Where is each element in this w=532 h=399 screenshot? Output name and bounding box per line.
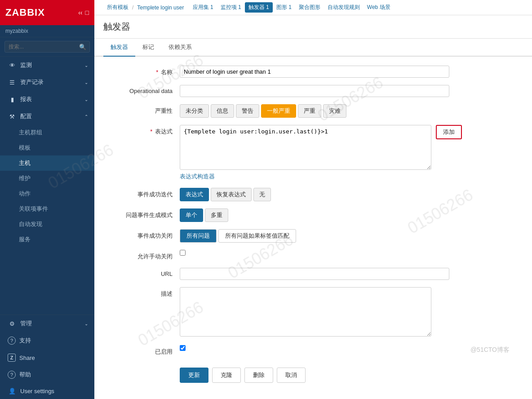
update-button[interactable]: 更新 (180, 368, 208, 383)
severity-btn-high[interactable]: 严重 (298, 104, 321, 118)
operational-data-input-wrap (180, 85, 449, 97)
breadcrumb-auto-discover-rules[interactable]: 自动发现规则 (324, 4, 364, 11)
sidebar-item-label: 监测 (20, 61, 32, 69)
cancel-button[interactable]: 取消 (277, 368, 306, 383)
breadcrumb-graphs[interactable]: 图形 1 (273, 4, 295, 11)
close-btn-all-problems[interactable]: 所有问题 (180, 229, 217, 243)
problem-event-mode-label: 问题事件生成模式 (108, 208, 180, 219)
name-input[interactable] (180, 66, 449, 78)
event-gen-btn-recovery[interactable]: 恢复表达式 (211, 188, 252, 201)
mode-btn-multiple[interactable]: 多重 (205, 208, 228, 222)
sidebar-item-label: Share (19, 355, 35, 361)
severity-buttons-wrap: 未分类 信息 警告 一般严重 严重 灾难 (180, 104, 449, 118)
severity-btn-average[interactable]: 一般严重 (261, 104, 296, 118)
severity-btn-warning[interactable]: 警告 (236, 104, 259, 118)
operational-data-input[interactable] (180, 85, 449, 97)
sidebar-item-actions[interactable]: 动作 (0, 186, 94, 201)
expression-inner-wrap: {Templete login user:login.user.last()}>… (180, 125, 519, 170)
form-row-problem-event-mode: 问题事件生成模式 单个 多重 (108, 208, 519, 222)
admin-icon: ⚙ (8, 320, 17, 327)
tab-trigger[interactable]: 触发器 (103, 39, 135, 57)
enabled-wrap (180, 345, 449, 351)
breadcrumb-aggregate-graphs[interactable]: 聚合图形 (295, 4, 324, 11)
event-gen-btn-expression[interactable]: 表达式 (180, 188, 209, 201)
collapse-icon[interactable]: ‹‹ (78, 9, 82, 16)
expression-builder-link[interactable]: 表达式构造器 (180, 173, 215, 181)
sidebar-item-label: 资产记录 (20, 78, 44, 86)
sidebar-item-monitor[interactable]: 👁 监测 ⌄ (0, 57, 94, 74)
event-success-gen-wrap: 表达式 恢复表达式 无 (180, 188, 449, 201)
tab-dependencies[interactable]: 依赖关系 (161, 39, 199, 57)
sidebar-item-config[interactable]: ⚒ 配置 ⌃ (0, 108, 94, 125)
allow-manual-close-checkbox[interactable] (180, 250, 186, 256)
sidebar-nav: 👁 监测 ⌄ ☰ 资产记录 ⌄ ▮ 报表 ⌄ ⚒ 配置 ⌃ 主机群组 模板 主机 (0, 57, 94, 315)
sidebar-item-host-groups[interactable]: 主机群组 (0, 125, 94, 140)
event-gen-btn-none[interactable]: 无 (253, 188, 271, 201)
sidebar-item-assets[interactable]: ☰ 资产记录 ⌄ (0, 74, 94, 91)
sidebar-item-share[interactable]: Z Share (0, 349, 94, 366)
clone-button[interactable]: 克隆 (212, 368, 241, 383)
breadcrumb-web-scenes[interactable]: Web 场景 (364, 4, 394, 11)
main-content: 所有模板 / Templete login user 应用集 1 监控项 1 触… (94, 0, 532, 399)
sidebar-item-auto-discover[interactable]: 自动发现 (0, 217, 94, 232)
sidebar-item-user-settings[interactable]: 👤 User settings (0, 383, 94, 399)
sidebar-bottom: ⚙ 管理 ⌄ ? 支持 Z Share ? 帮助 👤 User settings (0, 315, 94, 399)
breadcrumb-app-sets[interactable]: 应用集 1 (189, 4, 217, 11)
tab-tags[interactable]: 标记 (135, 39, 161, 57)
breadcrumb-all-templates[interactable]: 所有模板 (103, 4, 132, 11)
sidebar-item-reports[interactable]: ▮ 报表 ⌄ (0, 91, 94, 108)
sidebar-item-templates[interactable]: 模板 (0, 140, 94, 155)
breadcrumb-monitor-items[interactable]: 监控项 1 (217, 4, 245, 11)
sidebar-item-support[interactable]: ? 支持 (0, 332, 94, 349)
form-row-url: URL (108, 268, 519, 280)
breadcrumb-triggers[interactable]: 触发器 1 (245, 2, 273, 13)
url-input[interactable] (180, 268, 449, 280)
sidebar-search-container: 🔍 (0, 37, 94, 57)
enabled-checkbox[interactable] (180, 345, 186, 351)
severity-buttons: 未分类 信息 警告 一般严重 严重 灾难 (180, 104, 449, 118)
severity-btn-unclassified[interactable]: 未分类 (180, 104, 209, 118)
expression-textarea[interactable]: {Templete login user:login.user.last()}>… (180, 125, 431, 170)
form-row-event-success-gen: 事件成功迭代 表达式 恢复表达式 无 (108, 188, 519, 201)
add-expression-button[interactable]: 添加 (436, 125, 462, 139)
sidebar-item-hosts[interactable]: 主机 (0, 155, 94, 171)
page-title: 触发器 (103, 21, 523, 33)
url-label: URL (108, 268, 180, 277)
description-wrap (180, 287, 449, 338)
sidebar-item-maintenance[interactable]: 维护 (0, 171, 94, 186)
description-label: 描述 (108, 287, 180, 298)
close-btn-tag-match[interactable]: 所有问题如果标签值匹配 (218, 229, 296, 243)
sidebar-item-services[interactable]: 服务 (0, 232, 94, 247)
action-buttons: 更新 克隆 删除 取消 (180, 368, 449, 383)
event-success-close-buttons: 所有问题 所有问题如果标签值匹配 (180, 229, 449, 243)
sidebar-item-admin[interactable]: ⚙ 管理 ⌄ (0, 315, 94, 332)
monitor-icon: 👁 (8, 62, 17, 69)
allow-manual-close-wrap (180, 250, 449, 256)
chevron-up-icon: ⌃ (84, 114, 88, 119)
event-success-gen-buttons: 表达式 恢复表达式 无 (180, 188, 449, 201)
mode-btn-single[interactable]: 单个 (180, 208, 203, 222)
sidebar-item-related-events[interactable]: 关联项事件 (0, 201, 94, 217)
severity-label: 严重性 (108, 104, 180, 115)
name-input-wrap (180, 66, 449, 78)
breadcrumb-template-login-user[interactable]: Templete login user (133, 4, 187, 11)
config-icon: ⚒ (8, 113, 17, 120)
enabled-row (180, 345, 449, 351)
severity-btn-disaster[interactable]: 灾难 (323, 104, 346, 118)
problem-event-mode-buttons: 单个 多重 (180, 208, 449, 222)
logo-text: ZABBIX (5, 7, 45, 18)
expand-icon[interactable]: □ (85, 9, 89, 16)
delete-button[interactable]: 删除 (244, 368, 273, 383)
form-container: * 名称 Operational data 严重性 未分类 信息 警告 一般严 (94, 57, 532, 399)
search-input[interactable] (4, 41, 90, 53)
chevron-down-icon: ⌄ (84, 97, 88, 102)
description-textarea[interactable] (180, 287, 431, 337)
form-row-enabled: 已启用 (108, 345, 519, 356)
sidebar: ZABBIX ‹‹ □ myzabbix 🔍 👁 监测 ⌄ ☰ 资产记录 ⌄ ▮… (0, 0, 94, 399)
severity-btn-info[interactable]: 信息 (211, 104, 234, 118)
sidebar-item-help[interactable]: ? 帮助 (0, 366, 94, 383)
support-icon: ? (8, 337, 16, 345)
sidebar-user: myzabbix (0, 25, 94, 37)
form-row-expression: * 表达式 {Templete login user:login.user.la… (108, 125, 519, 181)
form-row-name: * 名称 (108, 66, 519, 78)
